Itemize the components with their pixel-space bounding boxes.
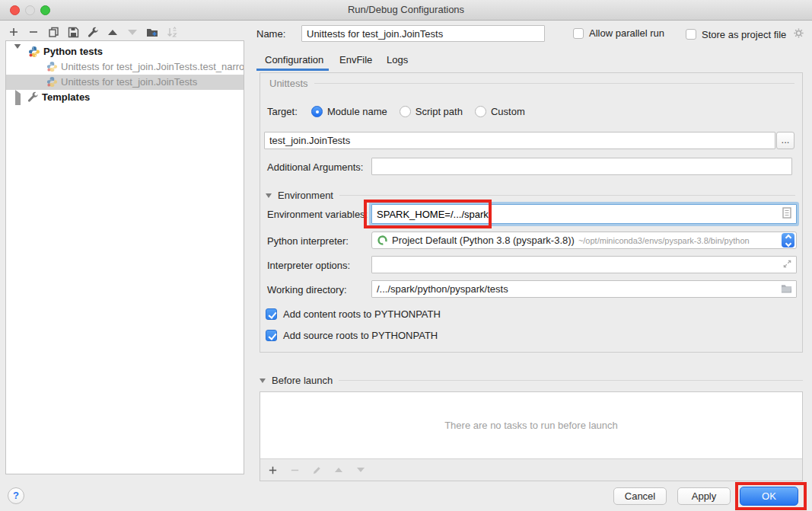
- target-custom-option[interactable]: Custom: [475, 106, 525, 117]
- chevron-down-icon[interactable]: [14, 49, 21, 59]
- before-launch-empty-text: There are no tasks to run before launch: [444, 420, 618, 431]
- help-button[interactable]: ?: [8, 487, 24, 504]
- new-folder-icon[interactable]: [146, 26, 158, 38]
- name-input[interactable]: [301, 25, 545, 42]
- configurations-tree: Python tests Unittests for test_join.Joi…: [5, 40, 244, 474]
- store-as-project-file-label: Store as project file: [702, 29, 786, 40]
- add-source-roots-option[interactable]: Add source roots to PYTHONPATH: [266, 330, 438, 341]
- gear-icon[interactable]: [793, 27, 804, 41]
- add-content-roots-option[interactable]: Add content roots to PYTHONPATH: [266, 308, 441, 320]
- interpreter-options-field[interactable]: [371, 256, 797, 273]
- conda-environment-icon: [377, 235, 388, 246]
- unittests-group: Unittests Target: Module name Script pat…: [260, 72, 803, 353]
- edit-task-pencil-icon[interactable]: [310, 464, 323, 476]
- target-label: Target:: [267, 106, 307, 117]
- dropdown-stepper-icon[interactable]: [782, 233, 794, 248]
- radio-label: Custom: [491, 106, 525, 117]
- unittests-group-title: Unittests: [269, 78, 308, 89]
- tree-item-templates[interactable]: Templates: [6, 90, 244, 105]
- store-as-project-file-option[interactable]: Store as project file: [686, 27, 804, 41]
- python-interpreter-select[interactable]: Project Default (Python 3.8 (pyspark-3.8…: [371, 232, 797, 249]
- tree-item-unittest-jointests-selected[interactable]: Unittests for test_join.JoinTests: [6, 75, 244, 90]
- edit-templates-wrench-icon[interactable]: [87, 26, 99, 38]
- add-source-roots-checkbox[interactable]: [266, 330, 277, 341]
- apply-button[interactable]: Apply: [677, 487, 731, 505]
- environment-variables-field[interactable]: [371, 204, 797, 224]
- working-directory-label: Working directory:: [267, 284, 347, 295]
- radio-script-path[interactable]: [400, 106, 411, 117]
- allow-parallel-run-checkbox[interactable]: [573, 28, 584, 39]
- tab-logs[interactable]: Logs: [387, 52, 408, 69]
- separator-line: [314, 83, 794, 84]
- before-launch-panel: There are no tasks to run before launch: [260, 391, 803, 481]
- radio-custom[interactable]: [475, 106, 486, 117]
- collapse-environment-icon[interactable]: [266, 193, 272, 198]
- radio-module-name[interactable]: [311, 106, 323, 117]
- tree-item-unittest-narrow[interactable]: Unittests for test_join.JoinTests.test_n…: [6, 59, 244, 75]
- expand-field-icon[interactable]: [782, 259, 792, 271]
- working-directory-field[interactable]: [371, 280, 797, 298]
- active-tab-indicator: [256, 69, 329, 71]
- allow-parallel-run-option[interactable]: Allow parallel run: [573, 27, 664, 39]
- folder-icon[interactable]: [781, 283, 792, 295]
- window-title: Run/Debug Configurations: [0, 4, 812, 15]
- add-configuration-icon[interactable]: [8, 26, 20, 38]
- tab-configuration[interactable]: Configuration: [265, 52, 323, 69]
- templates-wrench-icon: [27, 91, 40, 104]
- target-module-name-option[interactable]: Module name: [311, 106, 387, 117]
- store-as-project-file-checkbox[interactable]: [686, 29, 696, 40]
- radio-label: Script path: [416, 106, 463, 117]
- title-bar: Run/Debug Configurations: [0, 0, 812, 21]
- python-test-icon: [46, 61, 59, 73]
- chevron-right-icon[interactable]: [15, 94, 21, 105]
- interpreter-options-input[interactable]: [371, 256, 797, 273]
- tree-item-label: Unittests for test_join.JoinTests: [61, 76, 197, 88]
- environment-variables-input[interactable]: [372, 205, 782, 223]
- browse-button[interactable]: ...: [776, 132, 794, 149]
- copy-configuration-icon[interactable]: [47, 26, 59, 38]
- environment-section-label: Environment: [278, 190, 333, 201]
- ok-button[interactable]: OK: [740, 487, 798, 506]
- python-interpreter-label: Python interpreter:: [267, 235, 349, 247]
- add-source-roots-label: Add source roots to PYTHONPATH: [283, 330, 438, 341]
- tree-item-label: Python tests: [43, 46, 103, 57]
- browse-variables-icon[interactable]: [782, 207, 791, 221]
- sort-alphabetically-icon[interactable]: [166, 26, 178, 38]
- python-tests-icon: [28, 46, 40, 58]
- environment-variables-label: Environment variables:: [267, 209, 368, 220]
- separator-line: [339, 195, 795, 196]
- before-launch-section-label: Before launch: [272, 375, 333, 386]
- add-task-icon[interactable]: [266, 464, 279, 476]
- cancel-button[interactable]: Cancel: [613, 487, 667, 505]
- remove-configuration-icon[interactable]: [27, 26, 40, 38]
- working-directory-input[interactable]: [371, 280, 797, 298]
- move-task-down-icon[interactable]: [355, 464, 367, 476]
- allow-parallel-run-label: Allow parallel run: [589, 27, 664, 39]
- tree-item-label: Unittests for test_join.JoinTests.test_n…: [61, 61, 244, 72]
- tree-item-python-tests[interactable]: Python tests: [6, 44, 244, 59]
- target-module-input[interactable]: [264, 132, 775, 149]
- collapse-before-launch-icon[interactable]: [260, 378, 266, 383]
- additional-arguments-label: Additional Arguments:: [267, 161, 363, 173]
- move-up-icon[interactable]: [107, 26, 119, 38]
- additional-arguments-input[interactable]: [371, 158, 792, 175]
- separator-line: [339, 380, 803, 381]
- before-launch-toolbar: [260, 458, 802, 481]
- save-configuration-icon[interactable]: [67, 26, 79, 38]
- interpreter-value: Project Default (Python 3.8 (pyspark-3.8…: [392, 235, 575, 246]
- add-content-roots-label: Add content roots to PYTHONPATH: [283, 308, 441, 320]
- tree-item-label: Templates: [42, 91, 90, 103]
- python-test-icon: [46, 76, 59, 88]
- remove-task-icon[interactable]: [288, 464, 301, 476]
- move-down-icon[interactable]: [126, 26, 139, 38]
- move-task-up-icon[interactable]: [333, 464, 345, 476]
- tab-envfile[interactable]: EnvFile: [339, 52, 372, 69]
- add-content-roots-checkbox[interactable]: [266, 308, 277, 320]
- interpreter-options-label: Interpreter options:: [267, 260, 350, 271]
- name-label: Name:: [256, 28, 285, 40]
- radio-label: Module name: [327, 106, 387, 117]
- interpreter-path: ~/opt/miniconda3/envs/pyspark-3.8/bin/py…: [578, 236, 782, 245]
- configurations-toolbar: [8, 24, 178, 40]
- target-script-path-option[interactable]: Script path: [400, 106, 463, 117]
